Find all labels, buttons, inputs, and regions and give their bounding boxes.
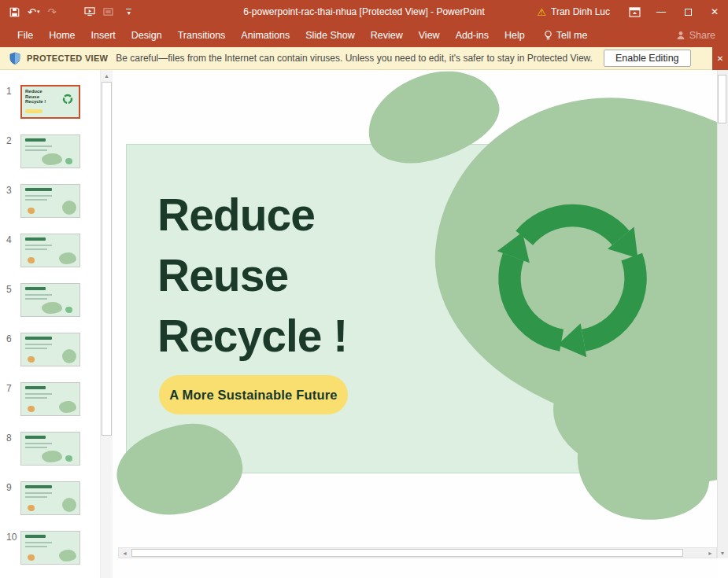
slide-subtitle-badge: A More Sustainable Future xyxy=(159,375,348,414)
scroll-up-button[interactable]: ▲ xyxy=(101,70,113,81)
tab-review[interactable]: Review xyxy=(363,24,411,47)
slide-thumbnail[interactable] xyxy=(20,382,80,416)
slideshow-icon xyxy=(84,7,95,17)
slide-thumbnail-row: 5 xyxy=(0,283,100,317)
thumbnail-heading-bar xyxy=(25,535,46,538)
thumbnail-text-line xyxy=(25,443,52,444)
thumbnail-text-line xyxy=(25,145,52,147)
ribbon-display-options-button[interactable] xyxy=(621,0,648,24)
scroll-left-button[interactable]: ◄ xyxy=(119,548,131,558)
thumbnail-green-shape xyxy=(62,498,76,512)
slide-thumbnail[interactable] xyxy=(20,432,80,466)
horizontal-scrollbar[interactable]: ◄ ► xyxy=(118,547,717,558)
slide-thumbnail[interactable] xyxy=(20,531,80,565)
vertical-scrollbar[interactable]: ▼ xyxy=(717,70,728,578)
save-button[interactable] xyxy=(9,7,20,17)
customize-qat-button[interactable]: ▾ xyxy=(126,9,131,15)
tab-design[interactable]: Design xyxy=(124,24,170,47)
thumbnail-green-shape xyxy=(42,302,62,314)
protected-view-bar: PROTECTED VIEW Be careful—files from the… xyxy=(0,47,728,70)
quick-access-toolbar: ↶▾ ↷ ▾ xyxy=(0,6,131,18)
titlebar-right: ⚠ Tran Dinh Luc — ✕ xyxy=(526,0,728,24)
share-button[interactable]: Share xyxy=(676,30,715,41)
tab-home[interactable]: Home xyxy=(41,24,83,47)
thumbnail-green-shape xyxy=(42,153,62,165)
thumbnail-text-line xyxy=(25,294,52,296)
enable-editing-button[interactable]: Enable Editing xyxy=(604,50,691,67)
account-chip[interactable]: ⚠ Tran Dinh Luc xyxy=(526,6,621,18)
slide-number: 10 xyxy=(0,531,20,565)
horizontal-scroll-thumb[interactable] xyxy=(131,549,683,557)
undo-button[interactable]: ↶▾ xyxy=(28,6,39,18)
message-bar-close-button[interactable]: ✕ xyxy=(712,47,728,70)
thumbnail-text-line xyxy=(25,496,47,498)
tab-help[interactable]: Help xyxy=(497,24,533,47)
thumbnail-title-text: ReduceReuseRecycle ! xyxy=(25,89,46,105)
ribbon-tab-row: FileHomeInsertDesignTransitionsAnimation… xyxy=(0,24,728,47)
slide-thumbnail[interactable] xyxy=(20,184,80,218)
slide-title: ReduceReuseRecycle ! xyxy=(157,185,347,366)
slide-thumbnail[interactable] xyxy=(20,134,80,168)
thumbnail-heading-bar xyxy=(25,436,46,439)
save-icon xyxy=(9,7,20,17)
slide-thumbnail[interactable]: ReduceReuseRecycle ! xyxy=(20,85,80,119)
thumbnail-heading-bar xyxy=(25,138,46,142)
maximize-button[interactable] xyxy=(674,0,701,24)
vertical-scroll-thumb[interactable] xyxy=(718,75,726,123)
slide-thumbnail-row: 6 xyxy=(0,333,100,366)
tell-me-button[interactable]: Tell me xyxy=(544,30,588,41)
slide-number: 1 xyxy=(0,85,20,119)
ribbon-tabs: FileHomeInsertDesignTransitionsAnimation… xyxy=(0,24,533,47)
slide-thumbnail[interactable] xyxy=(20,234,80,267)
tab-add-ins[interactable]: Add-ins xyxy=(448,24,497,47)
message-bar-close-icon: ✕ xyxy=(717,54,723,63)
thumbnail-green-shape xyxy=(59,252,76,264)
thumbnail-heading-bar xyxy=(25,386,46,389)
touch-mode-button[interactable] xyxy=(103,7,113,17)
thumbnail-green-shape xyxy=(59,550,76,561)
slide-thumbnail[interactable] xyxy=(20,333,80,366)
thumbnail-text-line xyxy=(25,249,47,250)
minimize-button[interactable]: — xyxy=(648,0,674,24)
touch-mode-icon xyxy=(103,7,113,17)
undo-icon: ↶ xyxy=(28,6,36,18)
slide-thumbnail-row: 9 xyxy=(0,481,100,515)
slides-panel-scrollbar[interactable]: ▲ xyxy=(100,70,113,578)
slides-scrollbar-thumb[interactable] xyxy=(102,82,112,436)
slide-number: 5 xyxy=(0,283,20,317)
tab-view[interactable]: View xyxy=(411,24,448,47)
thumbnail-heading-bar xyxy=(25,237,46,241)
thumbnail-accent-shape xyxy=(28,554,35,561)
tab-file[interactable]: File xyxy=(9,24,41,47)
slide-thumbnail[interactable] xyxy=(20,283,80,317)
scroll-right-button[interactable]: ► xyxy=(704,548,716,558)
thumbnail-green-shape xyxy=(42,451,62,462)
slide-thumbnail-row: 2 xyxy=(0,134,100,168)
tab-transitions[interactable]: Transitions xyxy=(170,24,234,47)
tab-insert[interactable]: Insert xyxy=(83,24,124,47)
slide-thumbnail[interactable] xyxy=(20,481,80,515)
start-slideshow-button[interactable] xyxy=(84,7,95,17)
thumbnail-green-shape xyxy=(62,201,76,215)
redo-button[interactable]: ↷ xyxy=(47,6,56,18)
vertical-scroll-track[interactable] xyxy=(717,70,728,558)
workspace: 1 ReduceReuseRecycle ! 2 xyxy=(0,70,728,578)
slides-list: 1 ReduceReuseRecycle ! 2 xyxy=(0,85,100,565)
redo-icon: ↷ xyxy=(47,6,56,18)
thumbnail-accent-shape xyxy=(65,307,72,313)
tab-slide-show[interactable]: Slide Show xyxy=(297,24,363,47)
slide-thumbnail-row: 4 xyxy=(0,234,100,267)
slide-thumbnail-row: 1 ReduceReuseRecycle ! xyxy=(0,85,100,119)
close-button[interactable]: ✕ xyxy=(701,0,728,24)
horizontal-scroll-track[interactable] xyxy=(131,548,704,558)
tab-animations[interactable]: Animations xyxy=(233,24,297,47)
thumbnail-green-shape xyxy=(59,401,76,413)
slide-thumbnail-row: 8 xyxy=(0,432,100,466)
slide-thumbnail-row: 10 xyxy=(0,531,100,565)
thumbnail-text-line xyxy=(25,195,52,197)
maximize-icon xyxy=(685,9,692,16)
thumbnail-text-line xyxy=(25,492,52,494)
ribbon-display-options-icon xyxy=(629,7,641,17)
scroll-down-button[interactable]: ▼ xyxy=(717,547,728,558)
slide-number: 9 xyxy=(0,481,20,515)
